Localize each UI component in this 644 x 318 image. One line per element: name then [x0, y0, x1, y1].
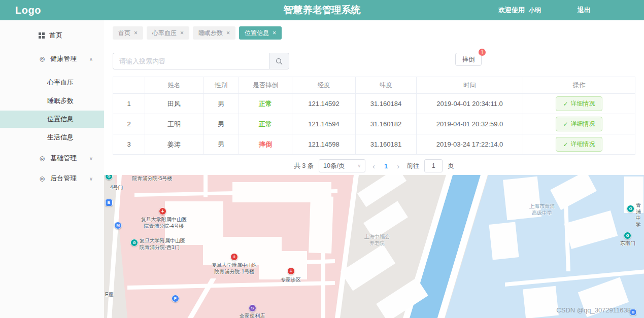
- parking-icon[interactable]: P: [172, 295, 179, 302]
- detail-button[interactable]: ✓详细情况: [556, 96, 602, 111]
- page-number-current[interactable]: 1: [382, 162, 390, 170]
- fall-button[interactable]: 摔倒: [455, 53, 482, 66]
- search-group: [113, 53, 289, 69]
- app-window: Logo 智慧养老管理系统 欢迎使用小明 退出 首页 ◎ 健康管理 ∧ 心率血压: [0, 0, 644, 318]
- col-gender: 性别: [204, 77, 239, 94]
- page-title: 智慧养老管理系统: [284, 4, 361, 17]
- map-building: [523, 286, 559, 318]
- pin-icon: ◎: [39, 175, 46, 182]
- sidebar-item-home[interactable]: 首页: [0, 25, 104, 46]
- map-label-west-gate1: 复旦大学附属中山医 院青浦分院-西1门: [140, 238, 185, 251]
- col-action: 操作: [523, 77, 635, 94]
- goto-page-input[interactable]: [424, 159, 443, 172]
- gate-icon[interactable]: G: [130, 239, 138, 246]
- hospital-pin-icon[interactable]: +: [287, 267, 295, 275]
- map-label-building1: 复旦大学附属中山医 院青浦分院-1号楼: [212, 262, 257, 275]
- check-icon: ✓: [563, 121, 568, 128]
- next-page-button[interactable]: ›: [395, 162, 401, 170]
- sidebar-item-sleep-steps[interactable]: 睡眠步数: [0, 92, 104, 110]
- location-map[interactable]: G B M + G + + S P M G G G B 院青浦分院-5号楼 4号…: [104, 175, 644, 318]
- map-label-gate4: 4号门: [110, 185, 123, 191]
- status-badge: 正常: [239, 114, 292, 134]
- gate-icon[interactable]: G: [105, 175, 113, 180]
- gate-icon[interactable]: G: [624, 232, 631, 239]
- hospital-pin-icon[interactable]: +: [230, 253, 238, 261]
- toolbar: 摔倒 1: [113, 53, 635, 69]
- map-label-e-block: E座: [105, 292, 114, 298]
- welcome-text: 欢迎使用小明: [498, 6, 541, 15]
- pin-icon: ◎: [39, 55, 46, 62]
- logo: Logo: [15, 5, 41, 16]
- status-badge: 正常: [239, 94, 292, 114]
- map-label-nursing-home: 上海中福会 养老院: [364, 234, 390, 246]
- location-table: 姓名 性别 是否摔倒 经度 纬度 时间 操作 1 田风: [113, 77, 635, 155]
- chevron-down-icon: ∨: [89, 156, 93, 161]
- main-content: 首页 × 心率血压 × 睡眠步数 × 位置信息 ×: [104, 20, 644, 318]
- home-grid-icon: [39, 32, 45, 39]
- col-latitude: 纬度: [356, 77, 417, 94]
- prev-page-button[interactable]: ‹: [370, 162, 377, 170]
- sidebar-item-heart-bp[interactable]: 心率血压: [0, 74, 104, 91]
- table-row: 1 田风 男 正常 121.14592 31.160184 2019-04-01…: [113, 94, 635, 114]
- map-building: [309, 196, 333, 254]
- table-header-row: 姓名 性别 是否摔倒 经度 纬度 时间 操作: [113, 77, 635, 94]
- chevron-down-icon: ∨: [89, 176, 93, 182]
- search-icon: [276, 58, 283, 65]
- sidebar-item-life-info[interactable]: 生活信息: [0, 129, 104, 146]
- page-size-select[interactable]: 10条/页 ∨: [319, 159, 365, 172]
- store-icon[interactable]: S: [249, 304, 256, 312]
- gate-icon[interactable]: G: [627, 205, 634, 213]
- detail-button[interactable]: ✓详细情况: [556, 117, 602, 131]
- check-icon: ✓: [563, 141, 568, 148]
- status-badge: 摔倒: [239, 134, 292, 155]
- map-label-building5: 院青浦分院-5号楼: [132, 175, 173, 182]
- map-building: [489, 222, 519, 260]
- detail-button[interactable]: ✓详细情况: [556, 137, 602, 152]
- sidebar-item-health[interactable]: ◎ 健康管理 ∧: [0, 49, 104, 69]
- map-label-building4: 复旦大学附属中山医 院青浦分院-4号楼: [141, 217, 187, 229]
- map-label-store: 全家便利店: [240, 313, 265, 318]
- tab-bar: 首页 × 心率血压 × 睡眠步数 × 位置信息 ×: [113, 26, 635, 40]
- map-label-expert-clinic: 专家诊区: [281, 277, 301, 284]
- watermark: CSDN @qq_3072911638: [556, 306, 631, 314]
- search-button[interactable]: [269, 53, 289, 69]
- sidebar: 首页 ◎ 健康管理 ∧ 心率血压 睡眠步数 位置信息 生活信息 ◎ 基础管理 ∨…: [0, 20, 104, 318]
- sidebar-item-admin-mgmt[interactable]: ◎ 后台管理 ∨: [0, 168, 104, 189]
- chevron-up-icon: ∧: [89, 56, 93, 62]
- table-row: 2 王明 男 正常 121.14594 31.160182 2019-04-01…: [113, 114, 635, 134]
- hospital-pin-icon[interactable]: +: [159, 207, 166, 215]
- map-label-school: 上海市青浦 高级中学: [529, 203, 555, 216]
- close-icon[interactable]: ×: [180, 29, 184, 37]
- header-right: 欢迎使用小明 退出: [498, 0, 644, 20]
- metro-icon[interactable]: M: [114, 222, 122, 229]
- tab-home[interactable]: 首页 ×: [113, 26, 143, 40]
- map-building: [259, 251, 307, 279]
- map-label-qingpu-school-gate: 青浦 中学: [636, 202, 644, 228]
- tab-sleep-steps[interactable]: 睡眠步数 ×: [193, 26, 235, 40]
- map-building: [357, 175, 406, 207]
- close-icon[interactable]: ×: [226, 29, 230, 37]
- page-label: 页: [448, 162, 454, 170]
- bus-stop-icon[interactable]: B: [105, 199, 113, 206]
- logout-button[interactable]: 退出: [578, 6, 591, 15]
- table-row: 3 姜涛 男 摔倒 121.14598 31.160181 2019-03-24…: [113, 134, 635, 155]
- col-longitude: 经度: [292, 77, 356, 94]
- col-time: 时间: [417, 77, 523, 94]
- check-icon: ✓: [563, 100, 568, 108]
- top-header: Logo 智慧养老管理系统 欢迎使用小明 退出: [0, 0, 644, 20]
- chevron-down-icon: ∨: [357, 163, 361, 168]
- sidebar-item-location-info[interactable]: 位置信息: [0, 111, 104, 128]
- tab-heart-bp[interactable]: 心率血压 ×: [147, 26, 189, 40]
- pagination: 共 3 条 10条/页 ∨ ‹ 1 › 前往 页: [104, 159, 644, 172]
- search-input[interactable]: [113, 53, 269, 69]
- col-name: 姓名: [145, 77, 204, 94]
- fall-alert-wrap: 摔倒 1: [455, 53, 482, 66]
- tab-location-info[interactable]: 位置信息 ×: [239, 26, 282, 40]
- sidebar-item-base-mgmt[interactable]: ◎ 基础管理 ∨: [0, 148, 104, 168]
- col-fall-status: 是否摔倒: [239, 77, 292, 94]
- close-icon[interactable]: ×: [273, 29, 276, 37]
- close-icon[interactable]: ×: [134, 29, 138, 37]
- fall-badge: 1: [478, 48, 486, 56]
- map-label-southeast-gate: 东南门: [620, 240, 635, 247]
- username: 小明: [529, 7, 541, 14]
